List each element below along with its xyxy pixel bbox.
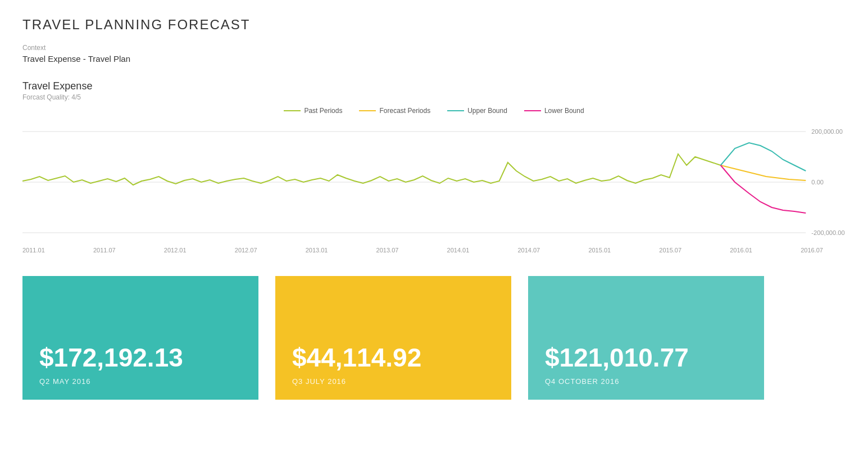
legend-line-past [284,110,301,111]
card-q4: $121,010.77 Q4 OCTOBER 2016 [528,276,764,400]
x-label-1: 2011.07 [93,247,116,254]
x-label-0: 2011.01 [22,247,45,254]
legend-line-upper [447,110,464,111]
x-label-3: 2012.07 [235,247,257,254]
card-q2-period: Q2 MAY 2016 [39,377,242,386]
legend-item-forecast: Forecast Periods [359,107,430,115]
legend-item-lower: Lower Bound [524,107,584,115]
x-label-11: 2016.07 [801,247,823,254]
x-label-10: 2016.01 [730,247,752,254]
svg-text:0.00: 0.00 [811,179,824,186]
card-q4-period: Q4 OCTOBER 2016 [545,377,747,386]
x-label-2: 2012.01 [164,247,187,254]
card-q3-period: Q3 JULY 2016 [292,377,494,386]
x-label-4: 2013.01 [306,247,328,254]
legend-item-past: Past Periods [284,107,342,115]
chart-section: Travel Expense Forcast Quality: 4/5 Past… [22,80,846,254]
page-title: TRAVEL PLANNING FORECAST [22,17,846,33]
context-section: Context Travel Expense - Travel Plan [22,44,846,64]
x-axis-labels: 2011.01 2011.07 2012.01 2012.07 2013.01 … [22,247,846,254]
cards-row: $172,192.13 Q2 MAY 2016 $44,114.92 Q3 JU… [22,270,846,405]
legend-line-forecast [359,110,376,111]
svg-text:200,000.00: 200,000.00 [811,128,843,135]
legend-label-upper: Upper Bound [467,107,507,115]
chart-quality: Forcast Quality: 4/5 [22,93,846,101]
chart-legend: Past Periods Forecast Periods Upper Boun… [22,107,846,115]
card-q2: $172,192.13 Q2 MAY 2016 [22,276,258,400]
card-q3-amount: $44,114.92 [292,342,494,373]
x-label-5: 2013.07 [376,247,399,254]
chart-area: 200,000.00 0.00 -200,000.00 [22,120,846,244]
legend-label-forecast: Forecast Periods [379,107,430,115]
chart-title: Travel Expense [22,80,846,92]
card-q4-amount: $121,010.77 [545,342,747,373]
x-label-8: 2015.01 [588,247,611,254]
card-q3: $44,114.92 Q3 JULY 2016 [275,276,511,400]
chart-svg: 200,000.00 0.00 -200,000.00 [22,120,846,244]
x-label-9: 2015.07 [659,247,681,254]
x-label-7: 2014.07 [517,247,540,254]
card-q2-amount: $172,192.13 [39,342,242,373]
svg-text:-200,000.00: -200,000.00 [811,229,844,236]
x-label-6: 2014.01 [447,247,470,254]
legend-label-lower: Lower Bound [544,107,584,115]
context-label: Context [22,44,846,52]
context-value: Travel Expense - Travel Plan [22,54,846,64]
legend-label-past: Past Periods [304,107,342,115]
legend-item-upper: Upper Bound [447,107,507,115]
legend-line-lower [524,110,541,111]
